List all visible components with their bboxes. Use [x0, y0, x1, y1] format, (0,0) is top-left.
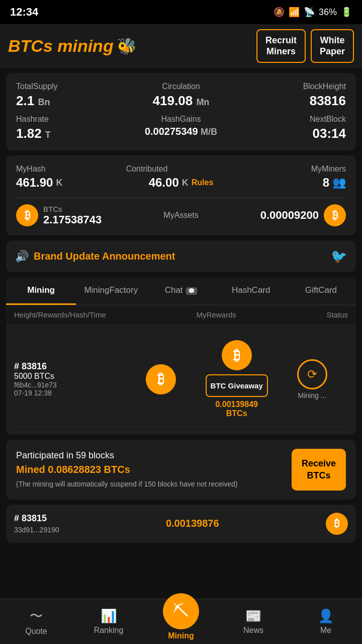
- stats-grid: TotalSupply 2.1 Bn Circulation 419.08 Mn…: [16, 82, 346, 141]
- logo-emoji: 🐝: [117, 37, 137, 56]
- twitter-icon[interactable]: 🐦: [331, 249, 347, 264]
- announcement-text: Brand Update Announcement: [34, 251, 175, 262]
- assets-row: ₿ BTCs 2.17538743 MyAssets 0.00009200 ₿: [16, 198, 346, 226]
- hash-gains: HashGains 0.00275349 M/B: [126, 115, 236, 141]
- mining-center-icon: ⛏: [163, 593, 199, 629]
- btcs-info: ₿ BTCs 2.17538743: [16, 204, 102, 226]
- me-icon: 👤: [318, 608, 334, 624]
- chat-badge: 💬: [186, 287, 197, 295]
- table-header: Height/Rewards/Hash/Time MyRewards Statu…: [6, 305, 356, 324]
- rules-link[interactable]: Rules: [192, 178, 214, 187]
- btc-coin-icon: ₿: [324, 204, 346, 226]
- mining-entry: # 83816 5000 BTCs f6b4c...91e73 07-19 12…: [14, 332, 348, 427]
- white-paper-button[interactable]: WhitePaper: [311, 29, 354, 63]
- contributed: Contributed 46.00 K Rules: [126, 165, 236, 190]
- nav-ranking[interactable]: 📊 Ranking: [72, 604, 145, 639]
- btc-right: 0.00009200 ₿: [260, 204, 346, 226]
- status-time: 12:34: [10, 6, 38, 19]
- tab-hash-card[interactable]: HashCard: [216, 277, 286, 305]
- nav-quote[interactable]: 〜 Quote: [0, 603, 72, 640]
- my-miners: MyMiners 8 👥: [236, 165, 346, 190]
- bottom-nav: 〜 Quote 📊 Ranking ⛏ Mining 📰 News 👤 Me: [0, 599, 362, 644]
- mining-entry-2-coin: ₿: [326, 513, 348, 535]
- header: BTCs mining 🐝 RecruitMiners WhitePaper: [0, 24, 362, 68]
- quote-icon: 〜: [30, 607, 43, 625]
- mining-entry-2-info: # 83815 33d91...29190: [14, 513, 59, 534]
- mining-giveaway: ₿ BTC Giveaway 0.00139849 BTCs: [201, 340, 273, 418]
- logo-area: BTCs mining 🐝: [8, 36, 137, 56]
- tab-gift-card[interactable]: GiftCard: [286, 277, 356, 305]
- nav-me[interactable]: 👤 Me: [290, 604, 362, 639]
- giveaway-button[interactable]: BTC Giveaway: [206, 374, 268, 397]
- block-height: BlockHeight 83816: [236, 82, 346, 109]
- wifi-icon: 📶: [289, 7, 300, 18]
- tab-mining-factory[interactable]: MiningFactory: [76, 277, 146, 305]
- tabs-row: Mining MiningFactory Chat 💬 HashCard Gif…: [6, 277, 356, 305]
- mute-icon: 🔕: [274, 7, 285, 18]
- recruit-miners-button[interactable]: RecruitMiners: [256, 29, 306, 63]
- ranking-icon: 📊: [101, 608, 117, 624]
- news-icon: 📰: [245, 608, 261, 624]
- my-hash: MyHash 461.90 K: [16, 165, 126, 190]
- people-icon: 👥: [332, 176, 346, 189]
- participated-card: Participated in 59 blocks Mined 0.086288…: [6, 440, 356, 500]
- battery-text: 36%: [319, 7, 337, 18]
- battery-icon: 🔋: [341, 7, 352, 18]
- circulation: Circulation 419.08 Mn: [126, 82, 236, 109]
- tab-mining[interactable]: Mining: [6, 277, 76, 305]
- mining-btc-coin: ₿: [125, 364, 197, 394]
- status-bar: 12:34 🔕 📶 📡 36% 🔋: [0, 0, 362, 24]
- mining-entry-2-row: # 83815 33d91...29190 0.00139876 ₿: [6, 505, 356, 543]
- status-icons: 🔕 📶 📡 36% 🔋: [274, 7, 352, 18]
- nav-mining-center[interactable]: ⛏ Mining: [145, 589, 217, 645]
- tab-chat[interactable]: Chat 💬: [146, 277, 216, 305]
- mining-entry-row: # 83816 5000 BTCs f6b4c...91e73 07-19 12…: [6, 324, 356, 435]
- header-buttons: RecruitMiners WhitePaper: [256, 29, 354, 63]
- btcs-coin-icon: ₿: [16, 204, 38, 226]
- hashrate: Hashrate 1.82 T: [16, 115, 126, 141]
- next-block: NextBlock 03:14: [236, 115, 346, 141]
- mining-clock-icon: ⟳: [297, 359, 327, 389]
- logo-text: BTCs mining: [8, 36, 114, 56]
- speaker-icon: 🔊: [15, 250, 29, 263]
- mining-status: ⟳ Mining ...: [277, 359, 348, 399]
- announcement-bar[interactable]: 🔊 Brand Update Announcement 🐦: [6, 240, 356, 272]
- signal-icon: 📡: [304, 7, 315, 18]
- total-supply: TotalSupply 2.1 Bn: [16, 82, 126, 109]
- stats-card: TotalSupply 2.1 Bn Circulation 419.08 Mn…: [6, 73, 356, 150]
- mining-entry-info: # 83816 5000 BTCs f6b4c...91e73 07-19 12…: [14, 361, 121, 397]
- participated-info: Participated in 59 blocks Mined 0.086288…: [16, 450, 237, 490]
- receive-btcs-button[interactable]: ReceiveBTCs: [292, 449, 346, 491]
- myhash-card: MyHash 461.90 K Contributed 46.00 K Rule…: [6, 155, 356, 235]
- nav-news[interactable]: 📰 News: [217, 604, 290, 639]
- myhash-grid: MyHash 461.90 K Contributed 46.00 K Rule…: [16, 165, 346, 190]
